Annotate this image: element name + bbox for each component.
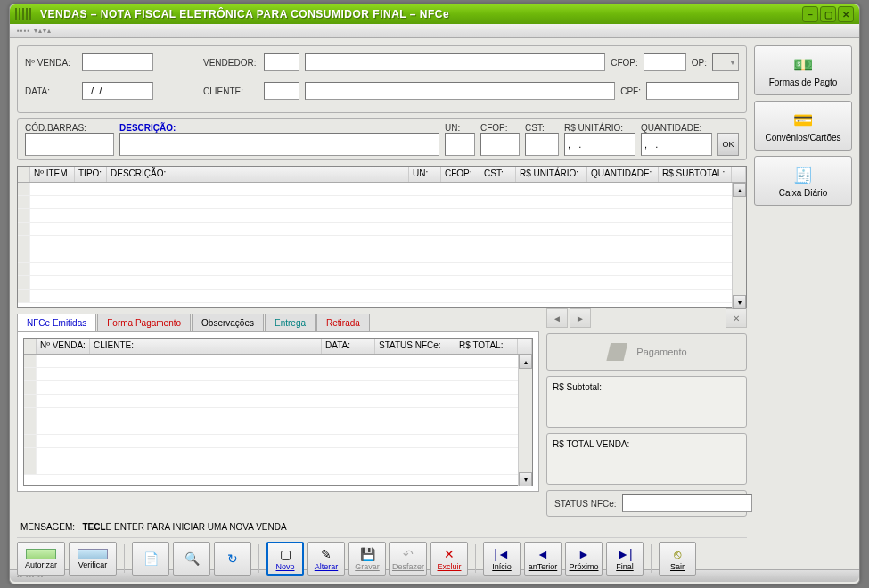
verificar-button[interactable]: Verificar [69, 542, 117, 576]
cpf-label: CPF: [620, 86, 641, 96]
cfop-entry-label: CFOP: [480, 123, 520, 133]
cod-barras-input[interactable] [25, 133, 114, 156]
table-row [24, 408, 532, 421]
inicio-button[interactable]: |◄ Início [483, 542, 521, 576]
tab-nfce-emitidas[interactable]: NFCe Emitidas [17, 314, 96, 331]
col-sale-data: DATA: [322, 339, 375, 354]
toolbar: Autorizar Verificar 📄 🔍 ↻ ▢ Novo [17, 537, 747, 579]
descricao-label: DESCRIÇÃO: [119, 123, 439, 133]
subtotal-label: R$ Subtotal: [553, 382, 602, 392]
tab-retirada[interactable]: Retirada [316, 314, 370, 331]
data-input[interactable] [82, 82, 153, 100]
pagamento-button[interactable]: Pagamento [546, 333, 747, 371]
excluir-button[interactable]: ✕ Excluir [430, 542, 468, 576]
subtotal-box: R$ Subtotal: [546, 376, 747, 428]
table-row [24, 461, 532, 475]
cod-barras-label: CÓD.BARRAS: [25, 123, 114, 133]
prev-icon: ◄ [537, 547, 549, 561]
maximize-button[interactable]: ▢ [820, 6, 836, 22]
magnifier-icon: 🔍 [184, 551, 200, 566]
nav-next-button[interactable]: ► [570, 308, 591, 328]
convenios-button[interactable]: 💳 Convênios/Cartões [754, 101, 852, 151]
document-button[interactable]: 📄 [132, 542, 169, 576]
un-label: UN: [445, 123, 475, 133]
subtitlebar: ▪▪▪▪ ▾▴▾▴ [10, 24, 859, 38]
quantidade-label: QUANTIDADE: [641, 123, 712, 133]
scroll-up-icon[interactable]: ▴ [519, 355, 532, 369]
status-label: STATUS NFCe: [554, 499, 617, 509]
un-input[interactable] [445, 133, 475, 156]
cliente-name-input[interactable] [305, 82, 615, 100]
minimize-button[interactable]: – [802, 6, 818, 22]
sair-button[interactable]: ⎋ Sair [659, 542, 696, 576]
tab-observacoes[interactable]: Observações [192, 314, 264, 331]
table-row [18, 209, 746, 223]
items-grid: Nº ITEM TIPO: DESCRIÇÃO: UN: CFOP: CST: … [17, 166, 747, 308]
cst-input[interactable] [525, 133, 559, 156]
tag-icon [606, 343, 627, 361]
sales-grid: Nº VENDA: CLIENTE: DATA: STATUS NFCe: R$… [23, 338, 533, 486]
exit-icon: ⎋ [674, 547, 681, 561]
col-cfop: CFOP: [441, 167, 480, 182]
nav-close-button[interactable]: ✕ [726, 308, 747, 328]
quantidade-input[interactable] [641, 133, 712, 156]
descricao-input[interactable] [119, 133, 439, 156]
tab-forma-pagamento[interactable]: Forma Pagamento [97, 314, 191, 331]
op-select[interactable]: ▼ [712, 53, 739, 71]
table-row [18, 276, 746, 290]
undo-icon: ↶ [403, 547, 414, 561]
col-sale-total: R$ TOTAL: [455, 339, 518, 354]
unitario-input[interactable] [564, 133, 635, 156]
autorizar-button[interactable]: Autorizar [17, 542, 65, 576]
edit-icon: ✎ [321, 547, 332, 561]
n-venda-label: Nº VENDA: [25, 58, 77, 68]
n-venda-input[interactable] [82, 53, 153, 71]
document-icon: 📄 [143, 551, 159, 566]
table-row [18, 183, 746, 196]
cfop-entry-input[interactable] [480, 133, 520, 156]
scroll-up-icon[interactable]: ▴ [733, 183, 746, 197]
anterior-button[interactable]: ◄ anTerior [524, 542, 562, 576]
message-bold: TECL [82, 522, 105, 532]
table-row [18, 196, 746, 209]
tab-entrega[interactable]: Entrega [265, 314, 316, 331]
scroll-down-icon[interactable]: ▾ [519, 472, 532, 486]
vendedor-code-input[interactable] [264, 53, 299, 71]
cfop-header-input[interactable] [644, 53, 686, 71]
alterar-button[interactable]: ✎ Alterar [307, 542, 345, 576]
new-icon: ▢ [280, 547, 291, 561]
scroll-down-icon[interactable]: ▾ [733, 295, 746, 309]
final-button[interactable]: ►| Final [606, 542, 644, 576]
refresh-icon: ↻ [227, 551, 238, 566]
caixa-diario-button[interactable]: 🧾 Caixa Diário [754, 156, 852, 206]
col-sale-cliente: CLIENTE: [90, 339, 322, 354]
close-button[interactable]: ✕ [838, 6, 854, 22]
pagamento-label: Pagamento [636, 347, 686, 357]
autorizar-icon [26, 549, 56, 559]
ok-button[interactable]: OK [717, 133, 739, 156]
status-input[interactable] [622, 494, 752, 512]
preview-button[interactable]: 🔍 [173, 542, 210, 576]
table-row [24, 368, 532, 381]
cliente-label: CLIENTE: [203, 86, 258, 96]
total-venda-box: R$ TOTAL VENDA: [546, 433, 747, 485]
window-frame: VENDAS – NOTA FISCAL ELETRÔNICA PARA CON… [9, 4, 860, 584]
items-grid-scrollbar[interactable]: ▴ ▾ [732, 183, 746, 309]
table-row [24, 395, 532, 408]
sales-grid-scrollbar[interactable]: ▴ ▾ [518, 355, 532, 486]
op-label: OP: [692, 58, 707, 68]
novo-button[interactable]: ▢ Novo [266, 542, 304, 576]
cliente-code-input[interactable] [264, 82, 299, 100]
cpf-input[interactable] [646, 82, 739, 100]
vendedor-name-input[interactable] [305, 53, 605, 71]
subtitlebar-grip: ▪▪▪▪ ▾▴▾▴ [17, 27, 52, 35]
refresh-button[interactable]: ↻ [214, 542, 251, 576]
formas-pagto-button[interactable]: 💵 Formas de Pagto [754, 45, 852, 95]
sales-grid-header: Nº VENDA: CLIENTE: DATA: STATUS NFCe: R$… [24, 339, 532, 355]
desfazer-button[interactable]: ↶ Desfazer [389, 542, 427, 576]
gravar-button[interactable]: 💾 Gravar [348, 542, 386, 576]
table-row [24, 355, 532, 368]
proximo-button[interactable]: ► Próximo [565, 542, 603, 576]
item-entry-panel: CÓD.BARRAS: DESCRIÇÃO: UN: CFOP: [17, 118, 747, 160]
nav-prev-button[interactable]: ◄ [546, 308, 568, 328]
